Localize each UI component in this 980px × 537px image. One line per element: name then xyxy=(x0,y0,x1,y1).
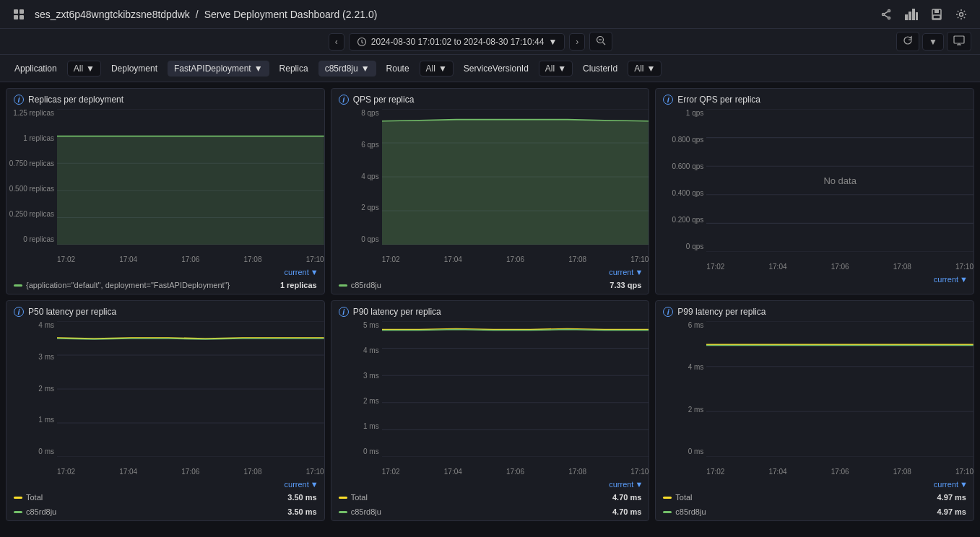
save-button[interactable] xyxy=(927,6,947,23)
svg-marker-30 xyxy=(57,136,324,245)
chart-error-qps-header: i Error QPS per replica xyxy=(656,89,974,108)
chart-error-qps-info-icon[interactable]: i xyxy=(663,95,673,105)
chart-p50-current-btn[interactable]: current ▼ xyxy=(285,480,318,489)
chart-p90-y-labels: 5 ms 4 ms 3 ms 2 ms 1 ms 0 ms xyxy=(331,320,382,457)
chart-p50-info-icon[interactable]: i xyxy=(14,307,24,317)
chart-error-qps-title: Error QPS per replica xyxy=(677,95,760,105)
refresh-dropdown-button[interactable]: ▼ xyxy=(922,33,944,51)
chart-p99-current-btn[interactable]: current ▼ xyxy=(934,480,968,489)
p99-current-label: current xyxy=(934,480,958,489)
grid-icon-btn[interactable] xyxy=(9,6,29,23)
chart-p90-info-icon[interactable]: i xyxy=(339,307,349,317)
chart-qps-per-replica: i QPS per replica 8 qps 6 qps 4 qps 2 qp… xyxy=(331,88,650,294)
legend-p50-total: Total xyxy=(14,493,43,502)
chart-p99-legend-1: Total 4.97 ms xyxy=(656,492,974,506)
filter-replica-value: c85rd8ju xyxy=(325,64,358,74)
chart-p99-y-labels: 6 ms 4 ms 2 ms 0 ms xyxy=(656,320,706,457)
svg-rect-14 xyxy=(935,9,939,13)
timebar-center: ‹ 2024-08-30 17:01:02 to 2024-08-30 17:1… xyxy=(329,32,612,51)
filter-deployment-value: FastAPIDeployment xyxy=(174,64,251,74)
app-id: ses_zxt6p48wngtckibzsne8tdpdwk xyxy=(35,9,190,20)
time-range-button[interactable]: 2024-08-30 17:01:02 to 2024-08-30 17:10:… xyxy=(349,33,565,51)
svg-rect-2 xyxy=(14,15,18,19)
chart-qps-current-btn[interactable]: current ▼ xyxy=(609,268,643,276)
filter-application-label: Application xyxy=(9,61,63,77)
svg-rect-21 xyxy=(954,36,964,43)
current-label: current xyxy=(285,268,309,276)
chart-p90-current-btn[interactable]: current ▼ xyxy=(609,480,643,489)
timebar-right: ▼ xyxy=(896,32,971,51)
header-separator: / xyxy=(196,9,199,20)
filter-replica-select[interactable]: c85rd8ju ▼ xyxy=(318,61,376,77)
dashboard-title: Serve Deployment Dashboard (2.21.0) xyxy=(204,9,378,20)
svg-point-16 xyxy=(960,12,963,16)
chart-qps-header: i QPS per replica xyxy=(331,89,649,108)
refresh-button[interactable] xyxy=(896,32,919,51)
header-left: ses_zxt6p48wngtckibzsne8tdpdwk / Serve D… xyxy=(9,6,377,23)
zoom-out-button[interactable] xyxy=(589,32,612,51)
tv-button[interactable] xyxy=(947,32,971,51)
svg-rect-3 xyxy=(19,15,24,19)
chart-qps-current-row: current ▼ xyxy=(331,266,649,279)
chart-p90-area: 5 ms 4 ms 3 ms 2 ms 1 ms 0 ms xyxy=(331,320,649,479)
filter-clusterid-arrow: ▼ xyxy=(646,64,655,74)
svg-rect-9 xyxy=(905,14,908,20)
filter-clusterid-label: ClusterId xyxy=(577,61,623,77)
settings-button[interactable] xyxy=(951,6,971,23)
error-qps-current-label: current xyxy=(934,275,958,284)
chart-replicas-current-btn[interactable]: current ▼ xyxy=(285,268,318,276)
legend-p99-total: Total xyxy=(663,493,692,502)
time-range-label: 2024-08-30 17:01:02 to 2024-08-30 17:10:… xyxy=(371,37,545,47)
chart-p50-legend-2: c85rd8ju 3.50 ms xyxy=(6,506,324,520)
chart-p50-svg xyxy=(57,321,324,457)
legend-qps-item: c85rd8ju xyxy=(339,281,381,289)
filter-clusterid-select[interactable]: All ▼ xyxy=(628,61,662,77)
chart-qps-title: QPS per replica xyxy=(353,95,415,105)
svg-marker-36 xyxy=(382,120,649,245)
chart-error-qps-y-labels: 1 qps 0.800 qps 0.600 qps 0.400 qps 0.20… xyxy=(656,108,706,252)
current-arrow-icon: ▼ xyxy=(311,268,318,276)
legend-value-0: 1 replicas xyxy=(280,281,317,289)
legend-p90-total: Total xyxy=(339,493,368,502)
filter-application-select[interactable]: All ▼ xyxy=(67,61,101,77)
y-label-5: 0 replicas xyxy=(6,235,57,243)
chart-p99-info-icon[interactable]: i xyxy=(663,307,673,317)
header-right xyxy=(876,6,971,23)
time-prev-button[interactable]: ‹ xyxy=(329,33,344,51)
share-icon xyxy=(880,9,892,20)
x-label-1: 17:04 xyxy=(119,256,137,263)
chart-qps-info-icon[interactable]: i xyxy=(339,95,349,105)
chart-info-icon[interactable]: i xyxy=(14,95,24,105)
chart-error-qps-x-labels: 17:02 17:04 17:06 17:08 17:10 xyxy=(706,263,974,271)
share-button[interactable] xyxy=(876,6,896,23)
time-range-dropdown-icon: ▼ xyxy=(548,37,557,47)
chart-p99-legend-2: c85rd8ju 4.97 ms xyxy=(656,506,974,520)
save-icon xyxy=(931,9,942,20)
p90-current-arrow: ▼ xyxy=(635,480,643,489)
chart-error-qps-current-btn[interactable]: current ▼ xyxy=(934,275,968,284)
chart-error-qps-current-row: current ▼ xyxy=(656,274,974,287)
filter-serviceversionid-select[interactable]: All ▼ xyxy=(539,61,573,77)
chart-p99-latency: i P99 latency per replica 6 ms 4 ms 2 ms… xyxy=(655,300,974,521)
filter-route-select[interactable]: All ▼ xyxy=(420,61,454,77)
dashboard-grid: i Replicas per deployment 1.25 replicas … xyxy=(0,82,980,527)
chart-p99-x-labels: 17:02 17:04 17:06 17:08 17:10 xyxy=(706,468,974,476)
chart-button[interactable] xyxy=(901,6,922,23)
svg-rect-12 xyxy=(916,12,918,20)
tv-icon xyxy=(953,35,965,45)
chart-p90-svg xyxy=(382,321,649,457)
filter-deployment-select[interactable]: FastAPIDeployment ▼ xyxy=(168,61,269,77)
chart-replicas-per-deployment: i Replicas per deployment 1.25 replicas … xyxy=(6,88,325,294)
svg-point-6 xyxy=(888,17,890,19)
y-label-4: 0.250 replicas xyxy=(6,210,57,218)
chart-p90-title: P90 latency per replica xyxy=(353,307,441,317)
chart-replicas-legend: {application="default", deployment="Fast… xyxy=(6,279,324,294)
p50-current-label: current xyxy=(285,480,309,489)
filter-replica-label: Replica xyxy=(274,61,314,77)
chart-p50-area: 4 ms 3 ms 2 ms 1 ms 0 ms 1 xyxy=(6,320,324,479)
zoom-out-icon xyxy=(596,35,606,45)
header: ses_zxt6p48wngtckibzsne8tdpdwk / Serve D… xyxy=(0,0,980,29)
chart-p90-header: i P90 latency per replica xyxy=(331,301,649,320)
svg-rect-11 xyxy=(912,9,915,20)
time-next-button[interactable]: › xyxy=(569,33,585,51)
